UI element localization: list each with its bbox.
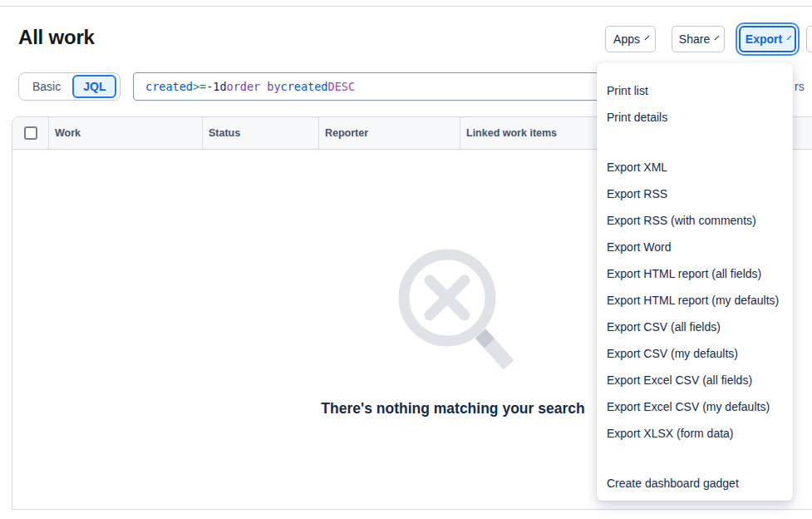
column-header-status[interactable]: Status (203, 117, 319, 149)
search-mode-toggle: Basic JQL (18, 72, 121, 101)
apps-button-label: Apps (613, 32, 640, 46)
menu-section: Create dashboard gadget (597, 470, 793, 497)
page-title: All work (18, 26, 95, 49)
empty-state-message: There's nothing matching your search (321, 400, 584, 418)
menu-item-export-html-report-all-fields[interactable]: Export HTML report (all fields) (597, 260, 793, 287)
menu-item-print-list[interactable]: Print list (597, 77, 793, 104)
menu-item-create-dashboard-gadget[interactable]: Create dashboard gadget (597, 470, 793, 497)
menu-section: Export XMLExport RSSExport RSS (with com… (597, 154, 793, 447)
menu-item-print-details[interactable]: Print details (597, 104, 793, 131)
menu-item-export-csv-my-defaults[interactable]: Export CSV (my defaults) (597, 340, 793, 367)
menu-item-export-rss-with-comments[interactable]: Export RSS (with comments) (597, 207, 793, 234)
jira-all-work-page: { "page": { "title": "All work" }, "tool… (0, 0, 812, 519)
select-all-cell (12, 117, 49, 149)
jql-token-keyword: order by (227, 80, 281, 93)
jql-token-operator: >= (193, 80, 206, 93)
menu-item-export-rss[interactable]: Export RSS (597, 180, 793, 207)
menu-item-export-word[interactable]: Export Word (597, 234, 793, 260)
partial-filters-label: rs (795, 80, 805, 93)
chevron-down-icon (715, 35, 720, 40)
column-header-reporter[interactable]: Reporter (319, 117, 460, 149)
export-button[interactable]: Export (739, 26, 796, 52)
menu-item-export-xml[interactable]: Export XML (597, 154, 793, 180)
apps-button[interactable]: Apps (605, 26, 656, 52)
menu-item-export-excel-csv-all-fields[interactable]: Export Excel CSV (all fields) (597, 367, 793, 393)
chevron-down-icon (787, 35, 792, 40)
jql-token-value: -1d (206, 80, 226, 93)
menu-item-export-xlsx-form-data[interactable]: Export XLSX (form data) (597, 420, 793, 447)
menu-item-export-csv-all-fields[interactable]: Export CSV (all fields) (597, 314, 793, 340)
top-nav-divider (0, 6, 812, 7)
select-all-checkbox[interactable] (24, 126, 37, 140)
export-button-label: Export (746, 32, 782, 46)
jql-token-field: created (281, 80, 328, 93)
chevron-down-icon (645, 35, 650, 40)
menu-item-export-excel-csv-my-defaults[interactable]: Export Excel CSV (my defaults) (597, 393, 793, 420)
export-dropdown-menu: Print listPrint detailsExport XMLExport … (597, 62, 793, 501)
column-header-work[interactable]: Work (49, 117, 203, 149)
jql-token-direction: DESC (328, 80, 356, 93)
jql-token-field: created (145, 80, 193, 93)
menu-item-export-html-report-my-defaults[interactable]: Export HTML report (my defaults) (597, 287, 793, 314)
basic-mode-button[interactable]: Basic (22, 80, 71, 93)
no-results-magnifier-icon (384, 240, 525, 381)
jql-mode-button[interactable]: JQL (72, 75, 116, 98)
menu-section: Print listPrint details (597, 77, 793, 131)
partially-visible-button[interactable] (806, 26, 812, 52)
share-button[interactable]: Share (672, 26, 725, 52)
share-button-label: Share (679, 32, 710, 46)
